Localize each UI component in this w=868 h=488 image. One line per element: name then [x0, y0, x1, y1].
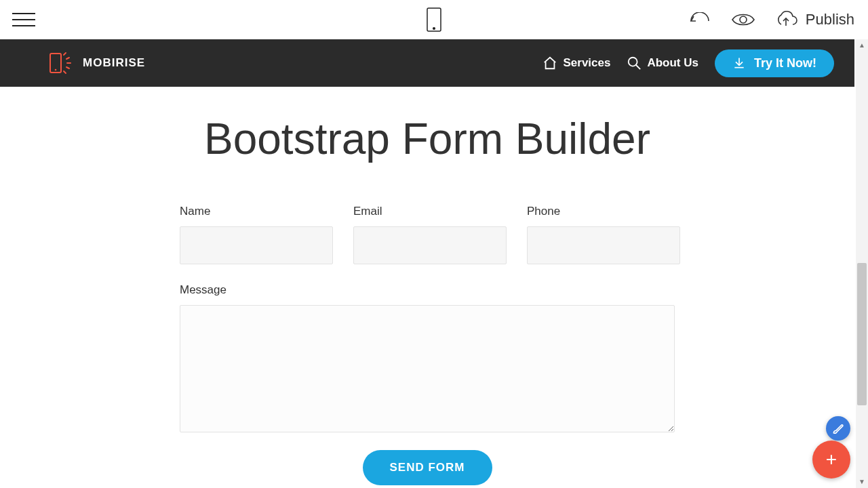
- cloud-upload-icon: [774, 11, 797, 28]
- download-icon: [732, 56, 746, 70]
- email-input[interactable]: [353, 226, 507, 264]
- brand-name: MOBIRISE: [83, 56, 145, 70]
- scroll-up-arrow-icon[interactable]: ▲: [856, 39, 868, 52]
- name-input[interactable]: [180, 226, 333, 264]
- home-icon: [542, 56, 557, 70]
- page-content: Bootstrap Form Builder Name Email Phone …: [0, 87, 854, 485]
- search-icon: [627, 56, 642, 70]
- message-label: Message: [180, 283, 675, 297]
- svg-point-1: [433, 28, 435, 30]
- message-textarea[interactable]: [180, 305, 675, 432]
- svg-point-2: [740, 16, 747, 23]
- nav-about-label: About Us: [647, 56, 698, 70]
- undo-icon[interactable]: [688, 12, 712, 27]
- vertical-scrollbar[interactable]: ▲ ▼: [856, 39, 868, 488]
- try-it-now-button[interactable]: Try It Now!: [715, 49, 834, 77]
- site-header: MOBIRISE Services About Us: [0, 39, 854, 87]
- site-nav: Services About Us Try It Now!: [542, 49, 834, 77]
- brush-icon: [831, 422, 845, 435]
- theme-fab-button[interactable]: [826, 416, 850, 441]
- brand-logo-icon: [47, 49, 76, 77]
- nav-services[interactable]: Services: [542, 56, 610, 70]
- preview-canvas: MOBIRISE Services About Us: [0, 39, 868, 488]
- publish-label: Publish: [806, 11, 854, 28]
- nav-services-label: Services: [563, 56, 610, 70]
- send-form-button[interactable]: SEND FORM: [363, 450, 492, 485]
- svg-line-11: [636, 65, 640, 69]
- add-block-fab-button[interactable]: +: [812, 441, 850, 479]
- preview-eye-icon[interactable]: [731, 12, 755, 28]
- brand[interactable]: MOBIRISE: [47, 49, 145, 77]
- toolbar-right-group: Publish: [688, 11, 854, 28]
- svg-line-9: [64, 71, 66, 73]
- app-toolbar: Publish: [0, 0, 868, 39]
- contact-form: Name Email Phone Message SEND FORM: [180, 205, 675, 485]
- phone-label: Phone: [527, 205, 680, 218]
- svg-point-4: [55, 69, 57, 71]
- scroll-down-arrow-icon[interactable]: ▼: [856, 476, 868, 488]
- svg-line-6: [66, 58, 69, 59]
- svg-line-5: [64, 53, 66, 55]
- page-title: Bootstrap Form Builder: [0, 114, 854, 164]
- phone-input[interactable]: [527, 226, 680, 264]
- name-label: Name: [180, 205, 333, 218]
- device-mobile-icon[interactable]: [427, 7, 441, 32]
- nav-about[interactable]: About Us: [627, 56, 698, 70]
- try-it-now-label: Try It Now!: [754, 56, 816, 70]
- svg-point-10: [629, 58, 637, 66]
- menu-hamburger-icon[interactable]: [12, 13, 35, 26]
- scroll-thumb[interactable]: [857, 263, 867, 405]
- publish-button[interactable]: Publish: [774, 11, 854, 28]
- svg-line-8: [66, 67, 69, 68]
- plus-icon: +: [826, 450, 837, 469]
- email-label: Email: [353, 205, 507, 218]
